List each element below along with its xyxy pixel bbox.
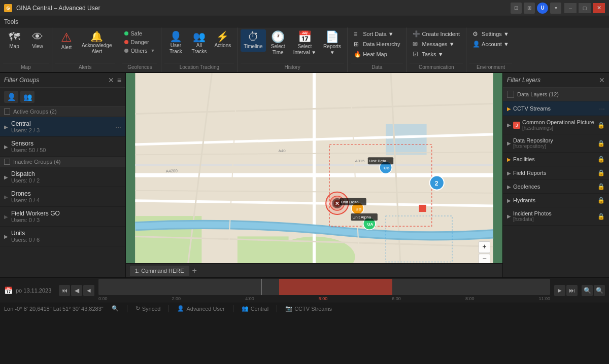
group-item-units[interactable]: ▶ Units Users: 0 / 6 — [0, 227, 125, 246]
title-bar-left: G GINA Central – Advanced User — [4, 4, 100, 12]
layer-item-cctv[interactable]: ▶ CCTV Streams ··· — [503, 101, 609, 116]
expand-icon[interactable]: ▾ — [550, 3, 561, 14]
filter-panel-button[interactable]: ≡ — [117, 76, 121, 84]
group-item-drones[interactable]: ▶ Drones Users: 0 / 4 — [0, 187, 125, 207]
layer-item-geofences[interactable]: ▶ Geofences 🔒 — [503, 180, 609, 194]
repo-arrow-icon: ▶ — [507, 140, 511, 146]
create-incident-button[interactable]: ➕ Create Incident — [410, 29, 463, 39]
map-tab-command[interactable]: 1: Command HERE — [130, 266, 189, 276]
map-tab-add-button[interactable]: + — [189, 266, 200, 275]
geofence-safe[interactable]: Safe — [122, 29, 157, 38]
inactive-groups-check[interactable] — [4, 159, 10, 165]
close-button[interactable]: ✕ — [593, 3, 605, 13]
tl-to-start-button[interactable]: ⏮ — [59, 285, 70, 296]
timeline-divider — [261, 279, 262, 295]
account-button[interactable]: 👤 Account ▼ — [469, 40, 512, 49]
geofence-danger[interactable]: Danger — [122, 38, 157, 46]
tl-prev-button[interactable]: ◀ — [71, 285, 82, 296]
tl-zoom-out-button[interactable]: 🔍 — [594, 285, 605, 296]
data-hierarchy-button[interactable]: ⊞ Data Hierarchy — [351, 40, 403, 49]
tl-zoom-in-button[interactable]: 🔍 — [582, 285, 593, 296]
tasks-button[interactable]: ☑ Tasks ▼ — [410, 50, 463, 59]
tl-back-button[interactable]: ◄ — [83, 285, 94, 296]
central-menu-icon[interactable]: ··· — [115, 123, 121, 131]
safe-dot — [124, 31, 128, 35]
settings-button[interactable]: ⚙ Settings ▼ — [469, 29, 512, 39]
ribbon-alerts-items: ⚠ Alert 🔔 AcknowledgeAlert — [55, 29, 115, 62]
map-tabs: 1: Command HERE + — [126, 263, 502, 277]
acknowledge-alert-button[interactable]: 🔔 AcknowledgeAlert — [79, 29, 115, 57]
layer-item-cop[interactable]: ▶ 3 Common Operational Picture [hzsdrawi… — [503, 116, 609, 134]
main-area: Filter Groups ✕ ≡ 👤 👥 Active Groups (2) … — [0, 73, 609, 277]
data-hierarchy-label: Data Hierarchy — [363, 41, 400, 47]
group-item-central[interactable]: ▶ Central Users: 2 / 3 ··· — [0, 117, 125, 137]
select-time-button[interactable]: 🕐 SelectTime — [267, 29, 289, 58]
user-track-button[interactable]: 👤 UserTrack — [164, 29, 187, 57]
window-icon-2[interactable]: ⊞ — [524, 3, 535, 14]
layer-item-hydrants[interactable]: ▶ Hydrants 🔒 — [503, 194, 609, 207]
reports-button[interactable]: 📄 Reports▼ — [320, 29, 344, 58]
timeline-track[interactable] — [98, 279, 550, 295]
user-label: Advanced User — [186, 306, 224, 312]
facilities-name: Facilities — [513, 156, 595, 162]
svg-text:Unit Alpha: Unit Alpha — [353, 215, 371, 220]
view-button[interactable]: 👁 View — [26, 29, 49, 52]
svg-rect-42 — [419, 205, 426, 212]
communication-group-label: Communication — [410, 63, 463, 70]
account-label: Account ▼ — [482, 41, 509, 47]
map-button[interactable]: 🗺 Map — [3, 29, 25, 52]
actions-button[interactable]: ⚡ Actions — [211, 29, 234, 51]
minimize-button[interactable]: – — [564, 3, 577, 13]
sort-data-button[interactable]: ≡ Sort Data ▼ — [351, 29, 403, 39]
geofence-others[interactable]: Others ▼ — [122, 47, 157, 55]
status-divider-1 — [127, 305, 127, 312]
layer-status-item: 📷 CCTV Streams — [285, 305, 332, 312]
group-item-sensors[interactable]: ▶ Sensors Users: 50 / 50 — [0, 137, 125, 157]
filter-icons-row: 👤 👥 — [0, 88, 125, 106]
maximize-button[interactable]: □ — [579, 3, 591, 13]
cctv-menu-icon[interactable]: ··· — [599, 104, 605, 113]
select-interval-button[interactable]: 📅 SelectInterval ▼ — [290, 29, 319, 58]
panel-header-icons: ✕ ≡ — [108, 76, 121, 84]
svg-text:UD: UD — [356, 207, 362, 211]
map-area[interactable]: A4200 A315 A40 ✕ UB Unit Beta UD — [126, 73, 502, 277]
layer-item-repo[interactable]: ▶ Data Repository [hzsrepository] 🔒 — [503, 134, 609, 153]
view-icon: 👁 — [32, 31, 43, 43]
user-avatar[interactable]: U — [537, 3, 548, 14]
all-tracks-button[interactable]: 👥 AllTracks — [188, 29, 210, 57]
data-layers-title: Data Layers (12) — [517, 91, 559, 97]
tl-to-end-button[interactable]: ⏭ — [566, 285, 578, 296]
group-item-dispatch[interactable]: ▶ Dispatch Users: 0 / 2 — [0, 167, 125, 187]
status-bar: Lon -0° 8' 20,6418" Lat 51° 30' 43,8283"… — [0, 303, 609, 314]
dispatch-sub: Users: 0 / 2 — [11, 177, 121, 184]
group-filter-icon[interactable]: 👥 — [20, 91, 35, 103]
window-icon-1[interactable]: ⊡ — [511, 3, 522, 14]
layer-item-field-reports[interactable]: ▶ Field Reports 🔒 — [503, 166, 609, 180]
history-group-label: History — [241, 63, 344, 70]
messages-button[interactable]: ✉ Messages ▼ — [410, 40, 463, 49]
layer-item-incident-photos[interactable]: ▶ Incident Photos [hzsdata] 🔒 — [503, 207, 609, 226]
timeline-button[interactable]: ⏱ Timeline — [241, 29, 265, 52]
tl-tick-5: 8:00 — [465, 296, 475, 301]
close-right-panel-button[interactable]: ✕ — [599, 76, 605, 84]
tl-forward-button[interactable]: ► — [554, 285, 565, 296]
search-item[interactable]: 🔍 — [112, 305, 119, 312]
data-layers-check[interactable] — [507, 91, 514, 98]
heat-map-button[interactable]: 🔥 Heat Map — [351, 50, 403, 59]
person-filter-icon[interactable]: 👤 — [4, 91, 18, 103]
hydrants-arrow-icon: ▶ — [507, 198, 511, 203]
timeline-label: Timeline — [244, 44, 262, 50]
reports-icon: 📄 — [325, 31, 339, 43]
active-groups-check[interactable] — [4, 108, 10, 115]
alerts-group-label: Alerts — [55, 63, 115, 70]
group-item-fieldworkers[interactable]: ▶ Field Workers GO Users: 0 / 3 — [0, 207, 125, 227]
title-bar-extra-icons: ⊡ ⊞ U ▾ — [511, 3, 561, 14]
close-panel-button[interactable]: ✕ — [108, 76, 114, 84]
incident-photos-sub: [hzsdata] — [513, 216, 595, 222]
calendar-icon: 📅 — [4, 286, 13, 295]
actions-icon: ⚡ — [216, 31, 229, 42]
alert-button[interactable]: ⚠ Alert — [55, 29, 78, 53]
svg-text:Unit Beta: Unit Beta — [369, 159, 387, 163]
layer-item-facilities[interactable]: ▶ Facilities 🔒 — [503, 153, 609, 166]
title-bar-right: ⊡ ⊞ U ▾ – □ ✕ — [511, 3, 605, 14]
